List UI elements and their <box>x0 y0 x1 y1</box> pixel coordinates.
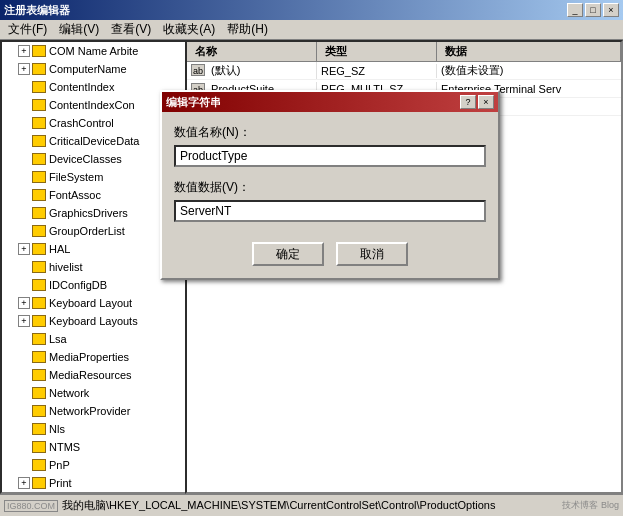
folder-icon <box>32 171 46 183</box>
list-item[interactable]: GroupOrderList <box>2 222 185 240</box>
folder-icon <box>32 243 46 255</box>
tree-item-label: DeviceClasses <box>49 153 122 165</box>
tree-item-label: Print <box>49 477 72 489</box>
list-item[interactable]: PnP <box>2 456 185 474</box>
edit-string-dialog: 编辑字符串 ? × 数值名称(N)： 数值数据(V)： 确定 取消 <box>160 90 500 280</box>
status-bar: IG880.COM 我的电脑\HKEY_LOCAL_MACHINE\SYSTEM… <box>0 494 623 516</box>
folder-icon <box>32 81 46 93</box>
close-button[interactable]: × <box>603 3 619 17</box>
cancel-button[interactable]: 取消 <box>336 242 408 266</box>
expand-icon[interactable]: + <box>18 297 30 309</box>
folder-icon <box>32 297 46 309</box>
list-item[interactable]: FileSystem <box>2 168 185 186</box>
folder-icon <box>32 333 46 345</box>
list-item[interactable]: CrashControl <box>2 114 185 132</box>
tree-item-label: Network <box>49 387 89 399</box>
list-item[interactable]: CriticalDeviceData <box>2 132 185 150</box>
folder-icon <box>32 117 46 129</box>
list-item[interactable]: GraphicsDrivers <box>2 204 185 222</box>
status-logo2: 技术博客 Blog <box>562 499 619 512</box>
folder-icon <box>32 369 46 381</box>
folder-icon <box>32 405 46 417</box>
tree-item-label: FileSystem <box>49 171 103 183</box>
menu-edit[interactable]: 编辑(V) <box>53 19 105 40</box>
folder-icon <box>32 477 46 489</box>
tree-item-label: HAL <box>49 243 70 255</box>
tree-item-label: Lsa <box>49 333 67 345</box>
title-bar: 注册表编辑器 _ □ × <box>0 0 623 20</box>
dialog-close-button[interactable]: × <box>478 95 494 109</box>
folder-icon <box>32 63 46 75</box>
menu-favorites[interactable]: 收藏夹(A) <box>157 19 221 40</box>
tree-item-label: hivelist <box>49 261 83 273</box>
menu-view[interactable]: 查看(V) <box>105 19 157 40</box>
folder-icon <box>32 315 46 327</box>
window-title: 注册表编辑器 <box>4 3 70 18</box>
list-item[interactable]: NTMS <box>2 438 185 456</box>
list-item[interactable]: MediaProperties <box>2 348 185 366</box>
column-headers: 名称 类型 数据 <box>187 42 621 62</box>
menu-file[interactable]: 文件(F) <box>2 19 53 40</box>
folder-icon <box>32 441 46 453</box>
window-controls: _ □ × <box>567 3 619 17</box>
list-item[interactable]: + COM Name Arbite <box>2 42 185 60</box>
folder-icon <box>32 45 46 57</box>
folder-icon <box>32 135 46 147</box>
list-item[interactable]: NetworkProvider <box>2 402 185 420</box>
col-header-data: 数据 <box>437 42 621 61</box>
reg-icon: ab <box>191 64 205 76</box>
status-registry-path: 我的电脑\HKEY_LOCAL_MACHINE\SYSTEM\CurrentCo… <box>62 498 495 513</box>
expand-icon[interactable]: + <box>18 63 30 75</box>
folder-icon <box>32 387 46 399</box>
list-item[interactable]: hivelist <box>2 258 185 276</box>
list-item[interactable]: + Keyboard Layouts <box>2 312 185 330</box>
expand-icon[interactable]: + <box>18 45 30 57</box>
expand-icon[interactable]: + <box>18 477 30 489</box>
list-item[interactable]: DeviceClasses <box>2 150 185 168</box>
list-item[interactable]: Lsa <box>2 330 185 348</box>
data-field[interactable] <box>174 200 486 222</box>
menu-help[interactable]: 帮助(H) <box>221 19 274 40</box>
tree-item-label: ContentIndex <box>49 81 114 93</box>
list-item[interactable]: ContentIndexCon <box>2 96 185 114</box>
data-label: 数值数据(V)： <box>174 179 486 196</box>
folder-icon <box>32 261 46 273</box>
name-field[interactable] <box>174 145 486 167</box>
folder-icon <box>32 99 46 111</box>
dialog-title-bar: 编辑字符串 ? × <box>162 92 498 112</box>
list-item[interactable]: + Keyboard Layout <box>2 294 185 312</box>
reg-name: ab (默认) <box>187 62 317 79</box>
tree-item-label: Nls <box>49 423 65 435</box>
list-item[interactable]: Network <box>2 384 185 402</box>
tree-item-label: CrashControl <box>49 117 114 129</box>
status-path: IG880.COM 我的电脑\HKEY_LOCAL_MACHINE\SYSTEM… <box>4 498 554 513</box>
tree-item-label: GraphicsDrivers <box>49 207 128 219</box>
dialog-help-button[interactable]: ? <box>460 95 476 109</box>
dialog-title-buttons: ? × <box>460 95 494 109</box>
folder-icon <box>32 423 46 435</box>
reg-type: REG_SZ <box>317 64 437 78</box>
expand-icon[interactable]: + <box>18 315 30 327</box>
tree-item-label: NTMS <box>49 441 80 453</box>
tree-item-label: MediaResources <box>49 369 132 381</box>
tree-item-label: ComputerName <box>49 63 127 75</box>
list-item[interactable]: ContentIndex <box>2 78 185 96</box>
table-row[interactable]: ab (默认) REG_SZ (数值未设置) <box>187 62 621 80</box>
registry-tree[interactable]: + COM Name Arbite + ComputerName Content… <box>2 42 185 492</box>
list-item[interactable]: FontAssoc <box>2 186 185 204</box>
tree-item-label: IDConfigDB <box>49 279 107 291</box>
folder-icon <box>32 351 46 363</box>
list-item[interactable]: IDConfigDB <box>2 276 185 294</box>
minimize-button[interactable]: _ <box>567 3 583 17</box>
folder-icon <box>32 153 46 165</box>
name-label: 数值名称(N)： <box>174 124 486 141</box>
list-item[interactable]: + ComputerName <box>2 60 185 78</box>
list-item[interactable]: + HAL <box>2 240 185 258</box>
list-item[interactable]: + Print <box>2 474 185 492</box>
ok-button[interactable]: 确定 <box>252 242 324 266</box>
folder-icon <box>32 459 46 471</box>
expand-icon[interactable]: + <box>18 243 30 255</box>
list-item[interactable]: MediaResources <box>2 366 185 384</box>
list-item[interactable]: Nls <box>2 420 185 438</box>
maximize-button[interactable]: □ <box>585 3 601 17</box>
